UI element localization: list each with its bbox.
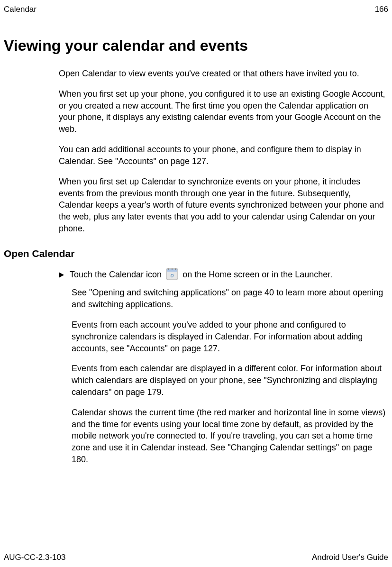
open-calendar-p1: See "Opening and switching applications"… [72, 287, 387, 311]
open-calendar-p3: Events from each calendar are displayed … [72, 363, 387, 398]
svg-rect-5 [175, 268, 176, 270]
footer-guide: Android User's Guide [312, 553, 388, 562]
svg-rect-3 [168, 268, 169, 270]
open-calendar-p2: Events from each account you've added to… [72, 319, 387, 354]
open-calendar-bullet: Touch the Calendar icon o on the Home sc… [59, 269, 387, 281]
svg-marker-0 [59, 272, 64, 278]
header-section: Calendar [4, 5, 36, 14]
open-calendar-p4: Calendar shows the current time (the red… [72, 407, 387, 466]
calendar-app-icon: o [166, 268, 178, 280]
triangle-bullet-icon [59, 272, 64, 278]
intro-paragraph-1: Open Calendar to view events you've crea… [59, 68, 387, 80]
header-page-number: 166 [375, 5, 388, 14]
intro-paragraph-2: When you first set up your phone, you co… [59, 88, 387, 135]
bullet-content: Touch the Calendar icon o on the Home sc… [70, 269, 332, 281]
intro-paragraph-3: You can add additional accounts to your … [59, 144, 387, 167]
svg-rect-4 [172, 268, 173, 270]
intro-paragraph-4: When you first set up Calendar to synchr… [59, 176, 387, 235]
svg-text:o: o [171, 272, 174, 279]
bullet-text-suffix: on the Home screen or in the Launcher. [182, 270, 332, 279]
page-footer: AUG-CC-2.3-103 Android User's Guide [3, 553, 389, 562]
open-calendar-heading: Open Calendar [3, 248, 389, 259]
page-title: Viewing your calendar and events [3, 37, 389, 55]
bullet-text-prefix: Touch the Calendar icon [70, 270, 162, 279]
page-header: Calendar 166 [3, 5, 389, 14]
footer-doc-id: AUG-CC-2.3-103 [4, 553, 65, 562]
